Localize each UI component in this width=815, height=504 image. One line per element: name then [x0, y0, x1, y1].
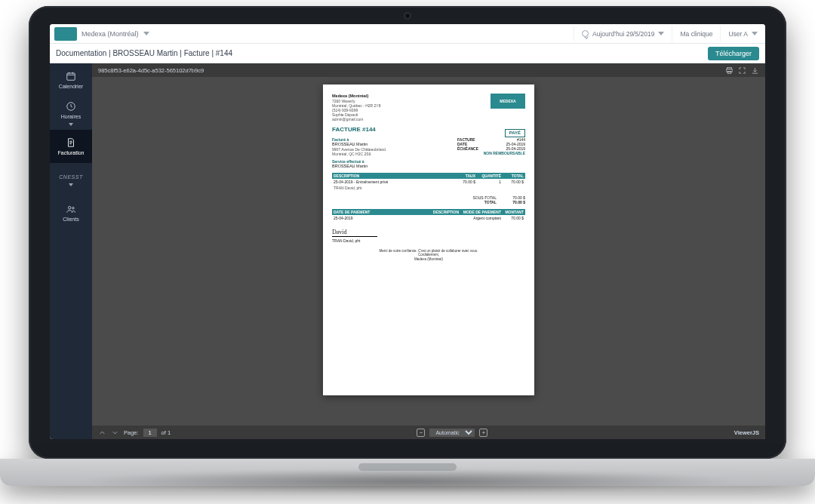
line-qty: 1	[475, 180, 501, 184]
document-viewer: 985c8f53-e62a-4d5c-a532-565102d7b9c9 Med…	[92, 63, 765, 439]
col-total: TOTAL	[501, 174, 524, 178]
laptop-frame: Medexa (Montréal) Aujourd'hui 29/5/2019 …	[29, 6, 786, 486]
page-header: Documentation | BROSSEAU Martin | Factur…	[50, 44, 765, 63]
chevron-down-icon	[752, 32, 758, 35]
zoom-in-button[interactable]: +	[479, 429, 487, 437]
laptop-shadow	[82, 469, 733, 493]
col-desc: DESCRIPTION	[334, 174, 453, 178]
col-rate: TAUX	[453, 174, 475, 178]
signer-name: TRAN David, pht	[332, 238, 525, 243]
pay-col-desc: DESCRIPTION	[424, 210, 459, 214]
payments-table: DATE DE PAIEMENT DESCRIPTION MODE DE PAI…	[332, 209, 525, 221]
chevron-down-icon	[69, 183, 73, 186]
viewer-bottom-bar: Page: of 1 − Automatic + ViewerJS	[92, 426, 765, 439]
fullscreen-icon[interactable]	[738, 66, 746, 75]
svg-point-3	[72, 207, 75, 210]
clients-icon	[66, 204, 76, 214]
breadcrumb: Documentation | BROSSEAU Martin | Factur…	[56, 49, 232, 57]
document-id: 985c8f53-e62a-4d5c-a532-565102d7b9c9	[98, 67, 204, 74]
viewer-canvas[interactable]: Medexa (Montréal) 7260 Waverly Montréal,…	[92, 77, 765, 426]
pay-col-mode: MODE DE PAIEMENT	[459, 210, 501, 214]
invoice-title: FACTURE #144	[332, 126, 376, 134]
page-down-icon[interactable]	[111, 429, 119, 437]
today-label: Aujourd'hui 29/5/2019	[592, 30, 654, 38]
sidebar-item-label: Clients	[63, 217, 78, 222]
pay-date: 25-04-2019	[334, 216, 424, 220]
bill-to-addr2: Montréal, QC H2C 2S6	[332, 152, 453, 156]
line-items-table: DESCRIPTION TAUX QUANTITÉ TOTAL 25-04-20…	[332, 173, 525, 191]
download-button[interactable]: Télécharger	[708, 47, 759, 60]
sidebar: Calendrier Horaires Facturation	[50, 63, 92, 439]
sidebar-item-label: Calendrier	[59, 84, 83, 89]
total-label: TOTAL	[466, 200, 497, 204]
clock-icon	[66, 101, 76, 112]
page-up-icon[interactable]	[98, 429, 106, 437]
sidebar-item-billing[interactable]: Facturation	[50, 130, 92, 163]
sidebar-item-cnesst[interactable]: CNESST	[50, 163, 92, 196]
brand-logo[interactable]	[54, 27, 77, 41]
svg-rect-0	[67, 73, 75, 80]
sidebar-item-label: Horaires	[61, 114, 81, 119]
meta-due-label: ÉCHÉANCE	[457, 146, 478, 151]
user-menu[interactable]: User A	[720, 26, 765, 41]
my-clinic-label: Ma clinique	[680, 30, 712, 38]
sidebar-item-schedules[interactable]: Horaires	[50, 97, 92, 130]
app-screen: Medexa (Montréal) Aujourd'hui 29/5/2019 …	[50, 24, 765, 439]
sidebar-item-clients[interactable]: Clients	[50, 196, 92, 229]
paid-stamp: PAYÉ	[505, 129, 525, 137]
chevron-down-icon	[658, 32, 664, 35]
my-clinic-button[interactable]: Ma clinique	[672, 26, 720, 41]
company-foot: Medexa (Montréal)	[332, 257, 525, 261]
company-name: Medexa (Montréal)	[332, 94, 491, 99]
line-rate: 70.00 $	[453, 180, 475, 184]
page-label: Page:	[124, 429, 139, 436]
line-desc: 25-04-2019 - Entraînement privé	[334, 180, 453, 184]
svg-rect-6	[727, 71, 731, 73]
svg-point-2	[69, 207, 72, 210]
non-refundable-label: NON REMBOURSABLE	[457, 151, 525, 155]
line-total: 70.00 $	[501, 180, 524, 184]
pay-mode: Argent comptant	[459, 216, 501, 220]
line-sub: TRAN David, pht	[334, 186, 524, 190]
zoom-out-button[interactable]: −	[417, 429, 425, 437]
pay-col-amount: MONTANT	[501, 210, 524, 214]
top-bar: Medexa (Montréal) Aujourd'hui 29/5/2019 …	[50, 24, 765, 44]
svg-rect-4	[727, 67, 732, 69]
company-email: admin@gmail.com	[332, 117, 491, 121]
signature: David	[332, 229, 377, 237]
page-input[interactable]	[143, 429, 157, 437]
total-value: 70.00 $	[503, 200, 525, 204]
viewer-top-bar: 985c8f53-e62a-4d5c-a532-565102d7b9c9	[92, 63, 765, 77]
bill-to-name: BROSSEAU Martin	[332, 142, 453, 147]
pay-amount: 70.00 $	[501, 216, 524, 220]
table-row: 25-04-2019 - Entraînement privé 70.00 $ …	[332, 179, 525, 185]
laptop-lid: Medexa (Montréal) Aujourd'hui 29/5/2019 …	[29, 6, 786, 459]
bell-icon	[582, 30, 589, 37]
col-qty: QUANTITÉ	[475, 174, 501, 178]
pay-desc	[424, 216, 459, 220]
clinic-name: Medexa (Montréal)	[82, 30, 139, 38]
chevron-down-icon	[69, 123, 73, 126]
zoom-select[interactable]: Automatic	[429, 429, 475, 437]
cnesst-logo: CNESST	[59, 174, 82, 180]
user-label: User A	[728, 30, 748, 38]
totals: SOUS-TOTAL70.00 $ TOTAL70.00 $	[332, 195, 525, 204]
company-logo: MEDEXA	[491, 94, 525, 109]
invoice-icon	[66, 137, 76, 148]
invoice-document: Medexa (Montréal) 7260 Waverly Montréal,…	[323, 85, 534, 395]
table-row: 25-04-2019 Argent comptant 70.00 $	[332, 215, 525, 221]
print-icon[interactable]	[725, 66, 734, 75]
download-icon[interactable]	[751, 66, 759, 75]
page-of: of 1	[161, 429, 171, 436]
chevron-down-icon	[143, 32, 149, 35]
sidebar-item-label: Facturation	[57, 150, 84, 155]
sidebar-item-calendar[interactable]: Calendrier	[50, 63, 92, 97]
service-to-name: BROSSEAU Martin	[332, 164, 453, 169]
calendar-icon	[66, 71, 76, 81]
today-button[interactable]: Aujourd'hui 29/5/2019	[574, 26, 672, 41]
camera-dot	[405, 14, 410, 18]
pay-col-date: DATE DE PAIEMENT	[334, 210, 424, 214]
clinic-selector[interactable]: Medexa (Montréal)	[82, 30, 149, 38]
viewer-brand: ViewerJS	[734, 429, 759, 436]
